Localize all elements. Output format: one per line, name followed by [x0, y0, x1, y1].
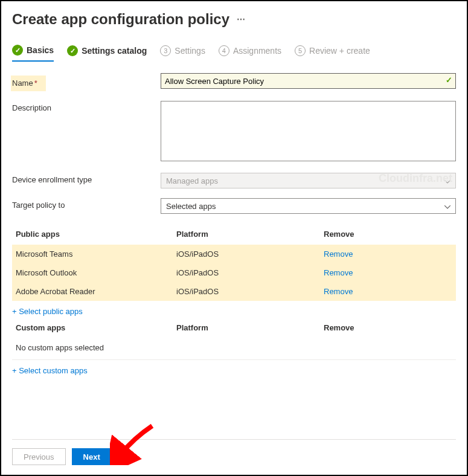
step-settings[interactable]: 3 Settings — [160, 45, 205, 62]
enrollment-label: Device enrollment type — [12, 173, 161, 184]
check-icon: ✓ — [12, 45, 23, 56]
step-number-icon: 5 — [295, 45, 306, 56]
description-input[interactable] — [161, 101, 456, 161]
step-assignments[interactable]: 4 Assignments — [219, 45, 281, 62]
step-review-create[interactable]: 5 Review + create — [295, 45, 370, 62]
target-dropdown[interactable]: Selected apps — [161, 198, 456, 214]
description-label: Description — [12, 101, 161, 112]
more-icon[interactable]: ⋯ — [237, 14, 246, 24]
chevron-down-icon — [444, 202, 450, 211]
step-number-icon: 3 — [160, 45, 171, 56]
enrollment-dropdown: Managed apps — [161, 173, 456, 188]
table-row: Microsoft Teams iOS/iPadOS Remove — [12, 245, 456, 263]
select-custom-apps-link[interactable]: + Select custom apps — [12, 360, 88, 381]
step-number-icon: 4 — [219, 45, 229, 56]
page-title: Create app configuration policy ⋯ — [12, 11, 456, 28]
chevron-down-icon — [444, 176, 450, 185]
wizard-steps: ✓ Basics ✓ Settings catalog 3 Settings 4… — [12, 45, 456, 62]
check-icon: ✓ — [446, 76, 452, 85]
remove-link[interactable]: Remove — [324, 268, 353, 277]
table-row: Adobe Acrobat Reader iOS/iPadOS Remove — [12, 282, 456, 301]
footer-bar: Previous Next — [12, 439, 456, 465]
next-button[interactable]: Next — [72, 448, 112, 465]
previous-button: Previous — [12, 448, 66, 465]
public-apps-rows: Microsoft Teams iOS/iPadOS Remove Micros… — [12, 245, 456, 301]
select-public-apps-link[interactable]: + Select public apps — [12, 301, 83, 322]
public-apps-header: Public apps Platform Remove — [12, 224, 456, 245]
name-label: Name* — [12, 73, 161, 91]
name-input[interactable] — [161, 73, 456, 89]
remove-link[interactable]: Remove — [324, 249, 353, 259]
check-icon: ✓ — [67, 45, 78, 56]
step-settings-catalog[interactable]: ✓ Settings catalog — [67, 45, 147, 62]
step-basics[interactable]: ✓ Basics — [12, 45, 54, 62]
custom-apps-empty: No custom apps selected — [12, 338, 456, 357]
target-label: Target policy to — [12, 198, 161, 210]
custom-apps-header: Custom apps Platform Remove — [12, 322, 456, 338]
remove-link[interactable]: Remove — [324, 287, 353, 296]
table-row: Microsoft Outlook iOS/iPadOS Remove — [12, 263, 456, 282]
